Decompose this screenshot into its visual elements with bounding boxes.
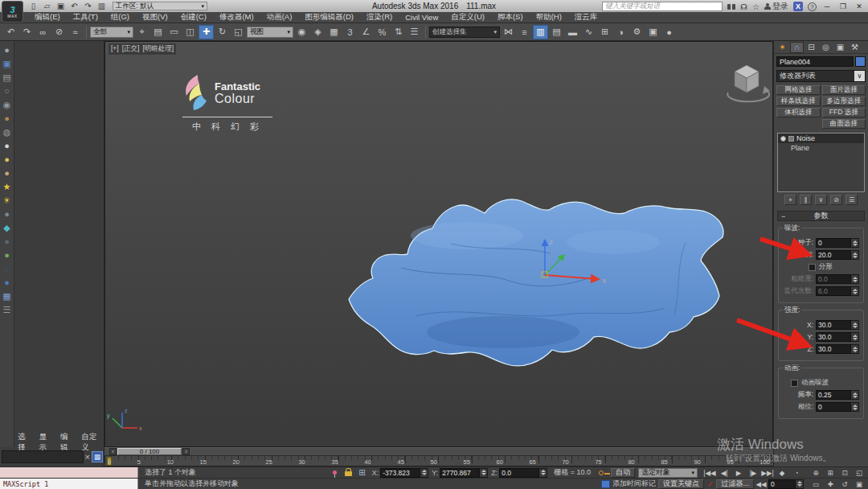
tab-hierarchy[interactable]: ⊟	[805, 42, 818, 53]
track-bar[interactable]: 0510152025303540455055606570758085909510…	[104, 456, 773, 466]
iterations-field[interactable]: 6.0	[816, 286, 851, 296]
orbit-button[interactable]: ↺	[837, 479, 852, 489]
minimize-button[interactable]: ─	[821, 2, 833, 11]
menu-item[interactable]: 渲染(R)	[361, 12, 398, 23]
menu-item[interactable]: 渲云库	[569, 12, 604, 23]
left-toolbar-icon-14[interactable]: ◆	[2, 222, 13, 233]
menu-item[interactable]: 修改器(M)	[214, 12, 260, 23]
maximize-viewport-button[interactable]: ▣	[852, 479, 866, 489]
roughness-field[interactable]: 0.0	[816, 274, 851, 284]
new-scene-button[interactable]: ▯	[27, 2, 39, 11]
viewcube[interactable]	[727, 65, 770, 101]
search-input[interactable]: 键入关键字或短语	[602, 2, 723, 11]
menu-item[interactable]: Civil View	[399, 12, 444, 23]
rendered-frame-window-button[interactable]: ▣	[645, 25, 661, 39]
viewport[interactable]: Z X x y z [+] [正交]	[104, 41, 773, 447]
seed-field[interactable]: 0	[816, 238, 851, 248]
strength-z-field[interactable]: 30.0	[816, 344, 851, 354]
viewport-shading-menu[interactable]: [明暗处理]	[142, 44, 174, 54]
left-toolbar-icon-19[interactable]: ▦	[2, 290, 13, 302]
object-color-swatch[interactable]	[855, 56, 866, 67]
toggle-ribbon-button[interactable]: ▬	[565, 25, 580, 39]
phase-spinner[interactable]	[851, 402, 859, 412]
set-key-button[interactable]: 设置关键点	[658, 479, 704, 489]
add-time-tag-button[interactable]: 添加时间标记	[612, 479, 656, 489]
make-unique-button[interactable]: ∨	[815, 195, 827, 205]
zoom-region-button[interactable]: ▭	[809, 479, 823, 489]
window-crossing-button[interactable]: ◫	[182, 25, 198, 39]
pin-stack-button[interactable]: ⌖	[784, 195, 796, 205]
next-frame-button[interactable]: |▶	[746, 468, 760, 478]
viewport-pov-menu[interactable]: [正交]	[122, 44, 140, 54]
scale-spinner[interactable]	[851, 250, 859, 260]
left-toolbar-icon-5[interactable]: ◉	[2, 99, 13, 110]
left-toolbar-icon-17[interactable]: ●	[2, 263, 13, 274]
redo-dropdown-button[interactable]: ↷	[82, 2, 94, 11]
modifier-button[interactable]: 网格选择	[776, 85, 821, 95]
left-toolbar-icon-16[interactable]: ●	[2, 249, 13, 261]
reference-coordinate-dropdown[interactable]: 视图▾	[247, 27, 293, 38]
modifier-button[interactable]: 面片选择	[822, 85, 866, 95]
strength-z-spinner[interactable]	[851, 344, 859, 354]
modifier-button[interactable]: 样条线选择	[776, 97, 821, 106]
select-and-manipulate-button[interactable]: ◈	[310, 25, 326, 39]
seed-spinner[interactable]	[851, 238, 859, 248]
zoom-all-button[interactable]: ⊞	[823, 468, 837, 478]
coord-x-field[interactable]: -373.823	[380, 468, 420, 478]
coord-z-spinner[interactable]	[539, 468, 547, 478]
select-object-button[interactable]: ⌖	[134, 25, 149, 39]
close-button[interactable]: ✕	[854, 2, 865, 11]
mirror-button[interactable]: ⋈	[501, 25, 516, 39]
angle-snap-button[interactable]: ∠	[358, 25, 374, 39]
application-menu-button[interactable]: 3 MAX	[2, 1, 23, 23]
menu-item[interactable]: 工具(T)	[68, 12, 104, 23]
previous-frame-button[interactable]: ◀|	[717, 468, 731, 478]
keyboard-shortcut-override-button[interactable]: ▦	[326, 25, 342, 39]
previous-frame-small-button[interactable]: ◀◀	[754, 479, 768, 489]
use-pivot-point-button[interactable]: ◉	[294, 25, 309, 39]
modifier-list-dropdown[interactable]: 修改器列表 ∨	[776, 70, 866, 82]
modifier-button[interactable]: 曲面选择	[822, 119, 866, 129]
left-toolbar-icon-3[interactable]: ▤	[2, 72, 13, 83]
modifier-button[interactable]: 多边形选择	[822, 97, 866, 106]
scale-field[interactable]: 20.0	[816, 250, 851, 260]
rectangular-selection-region-button[interactable]: ▭	[166, 25, 182, 39]
strength-y-field[interactable]: 30.0	[816, 332, 851, 342]
render-production-button[interactable]: ●	[661, 25, 677, 39]
plane-object[interactable]	[349, 199, 723, 366]
maxscript-mini-listener[interactable]: MAXScript 1	[0, 479, 138, 489]
schematic-view-button[interactable]: ⊞	[597, 25, 612, 39]
time-slider[interactable]: ‹ 0 / 100 ›	[104, 447, 773, 456]
macro-recorder-pane[interactable]	[0, 467, 138, 478]
go-to-end-button[interactable]: ▶▶|	[760, 468, 775, 478]
coord-y-spinner[interactable]	[480, 468, 488, 478]
menu-item[interactable]: 自定义(U)	[445, 12, 490, 23]
redo-button[interactable]: ↷	[19, 25, 35, 39]
percent-snap-button[interactable]: %	[375, 25, 390, 39]
parameters-rollout-header[interactable]: − 参数	[777, 211, 865, 221]
close-icon[interactable]: ×	[85, 452, 90, 462]
toggle-layer-explorer-button[interactable]: ▤	[549, 25, 564, 39]
favorites-star-icon[interactable]: ☆	[752, 2, 760, 11]
explorer-search-input[interactable]	[2, 450, 84, 463]
modifier-stack-item[interactable]: Noise	[778, 134, 864, 143]
fractal-checkbox[interactable]	[809, 264, 816, 271]
menu-item[interactable]: 视图(V)	[137, 12, 174, 23]
frequency-spinner[interactable]	[851, 390, 859, 400]
previous-key-button[interactable]: ‹	[109, 448, 117, 455]
select-and-rotate-button[interactable]: ↻	[215, 25, 230, 39]
search-icon[interactable]	[727, 4, 735, 10]
exchange-apps-icon[interactable]: X	[793, 2, 803, 11]
pan-view-button[interactable]: ✚	[823, 479, 837, 489]
left-toolbar-icon-6[interactable]: ●	[2, 113, 13, 124]
selection-filter-dropdown[interactable]: 全部▾	[90, 27, 133, 38]
frame-spinner[interactable]	[796, 479, 804, 489]
unlink-selection-button[interactable]: ⊘	[51, 25, 67, 39]
menu-item[interactable]: 组(G)	[105, 12, 135, 23]
workspace-selector[interactable]: 工作区: 默认 ▾	[113, 2, 207, 10]
strength-x-field[interactable]: 30.0	[816, 320, 851, 330]
select-and-link-button[interactable]: ∞	[35, 25, 51, 39]
object-name-field[interactable]: Plane004	[776, 56, 854, 67]
key-mode-dropdown[interactable]: 选定对象▾	[638, 468, 698, 478]
configure-modifier-sets-button[interactable]: ☰	[845, 195, 858, 205]
